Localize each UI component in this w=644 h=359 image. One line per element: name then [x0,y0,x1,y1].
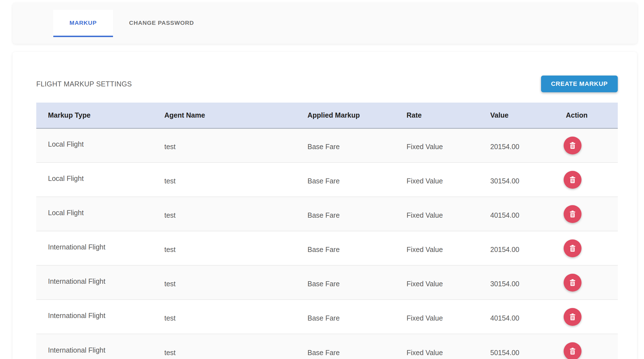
cell-applied-markup: Base Fare [307,128,407,162]
column-header-applied-markup: Applied Markup [307,103,407,128]
cell-rate: Fixed Value [407,334,490,359]
cell-agent-name: test [164,128,307,162]
cell-applied-markup: Base Fare [307,334,407,359]
page: MARKUP CHANGE PASSWORD FLIGHT MARKUP SET… [0,0,644,359]
delete-button[interactable] [564,171,581,189]
delete-button[interactable] [564,308,581,326]
cell-agent-name: test [164,231,307,265]
create-markup-button[interactable]: CREATE MARKUP [541,76,618,92]
delete-button[interactable] [564,274,581,292]
cell-value: 50154.00 [490,334,564,359]
trash-icon [568,278,577,287]
cell-rate: Fixed Value [407,231,490,265]
column-header-action: Action [564,103,618,128]
cell-rate: Fixed Value [407,300,490,334]
tabs-card: MARKUP CHANGE PASSWORD [13,3,637,44]
cell-markup-type: International Flight [36,265,164,300]
cell-rate: Fixed Value [407,162,490,197]
delete-button[interactable] [564,342,581,359]
table-body: Local Flight test Base Fare Fixed Value … [36,128,618,359]
page-title: FLIGHT MARKUP SETTINGS [36,80,132,88]
table-header: Markup Type Agent Name Applied Markup Ra… [36,103,618,128]
delete-button[interactable] [564,205,581,223]
cell-value: 40154.00 [490,197,564,231]
cell-value: 30154.00 [490,162,564,197]
table-row: International Flight test Base Fare Fixe… [36,334,618,359]
cell-value: 30154.00 [490,265,564,300]
tab-change-password[interactable]: CHANGE PASSWORD [113,10,210,37]
cell-rate: Fixed Value [407,128,490,162]
cell-applied-markup: Base Fare [307,197,407,231]
markup-table: Markup Type Agent Name Applied Markup Ra… [36,103,618,359]
cell-agent-name: test [164,162,307,197]
cell-markup-type: Local Flight [36,197,164,231]
delete-button[interactable] [564,137,581,154]
cell-action [564,300,618,334]
table-row: Local Flight test Base Fare Fixed Value … [36,162,618,197]
cell-action [564,265,618,300]
cell-action [564,334,618,359]
cell-rate: Fixed Value [407,197,490,231]
cell-applied-markup: Base Fare [307,300,407,334]
trash-icon [568,176,577,184]
trash-icon [568,141,577,150]
column-header-value: Value [490,103,564,128]
column-header-agent-name: Agent Name [164,103,307,128]
cell-agent-name: test [164,197,307,231]
table-row: Local Flight test Base Fare Fixed Value … [36,128,618,162]
cell-applied-markup: Base Fare [307,162,407,197]
trash-icon [568,244,577,253]
flight-markup-settings-card: FLIGHT MARKUP SETTINGS CREATE MARKUP Mar… [13,52,637,359]
delete-button[interactable] [564,239,581,257]
cell-markup-type: International Flight [36,300,164,334]
table-header-row: Markup Type Agent Name Applied Markup Ra… [36,103,618,128]
cell-markup-type: Local Flight [36,128,164,162]
cell-action [564,128,618,162]
table-row: Local Flight test Base Fare Fixed Value … [36,197,618,231]
cell-applied-markup: Base Fare [307,265,407,300]
cell-rate: Fixed Value [407,265,490,300]
cell-value: 20154.00 [490,128,564,162]
table-row: International Flight test Base Fare Fixe… [36,231,618,265]
cell-value: 40154.00 [490,300,564,334]
column-header-markup-type: Markup Type [36,103,164,128]
tabs-row: MARKUP CHANGE PASSWORD [53,10,210,37]
cell-value: 20154.00 [490,231,564,265]
cell-markup-type: Local Flight [36,162,164,197]
column-header-rate: Rate [407,103,490,128]
cell-action [564,197,618,231]
cell-markup-type: International Flight [36,231,164,265]
trash-icon [568,347,577,355]
table-row: International Flight test Base Fare Fixe… [36,300,618,334]
trash-icon [568,210,577,218]
cell-action [564,162,618,197]
tab-markup[interactable]: MARKUP [53,10,113,37]
cell-agent-name: test [164,300,307,334]
cell-action [564,231,618,265]
cell-applied-markup: Base Fare [307,231,407,265]
cell-markup-type: International Flight [36,334,164,359]
cell-agent-name: test [164,334,307,359]
cell-agent-name: test [164,265,307,300]
table-row: International Flight test Base Fare Fixe… [36,265,618,300]
trash-icon [568,313,577,321]
card-header: FLIGHT MARKUP SETTINGS CREATE MARKUP [36,76,618,92]
